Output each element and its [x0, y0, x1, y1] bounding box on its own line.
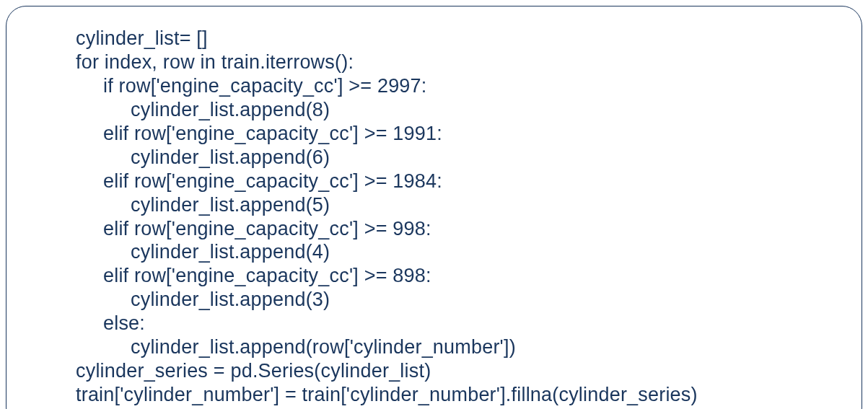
code-line: cylinder_list.append(4)	[76, 240, 833, 264]
code-line: for index, row in train.iterrows():	[76, 50, 833, 74]
code-line: if row['engine_capacity_cc'] >= 2997:	[76, 74, 833, 98]
code-snippet-box: cylinder_list= [] for index, row in trai…	[6, 6, 862, 409]
code-line: elif row['engine_capacity_cc'] >= 898:	[76, 264, 833, 288]
code-line: elif row['engine_capacity_cc'] >= 998:	[76, 217, 833, 241]
code-line: else:	[76, 312, 833, 335]
code-line: elif row['engine_capacity_cc'] >= 1991:	[76, 122, 833, 146]
code-line: train['cylinder_number'] = train['cylind…	[76, 383, 833, 407]
code-line: cylinder_series = pd.Series(cylinder_lis…	[76, 359, 833, 383]
code-line: cylinder_list.append(8)	[76, 98, 833, 122]
code-line: cylinder_list.append(3)	[76, 288, 833, 312]
code-line: cylinder_list.append(5)	[76, 193, 833, 217]
code-line: cylinder_list= []	[76, 27, 833, 50]
code-line: cylinder_list.append(6)	[76, 146, 833, 170]
code-line: elif row['engine_capacity_cc'] >= 1984:	[76, 170, 833, 193]
code-line: cylinder_list.append(row['cylinder_numbe…	[76, 335, 833, 359]
